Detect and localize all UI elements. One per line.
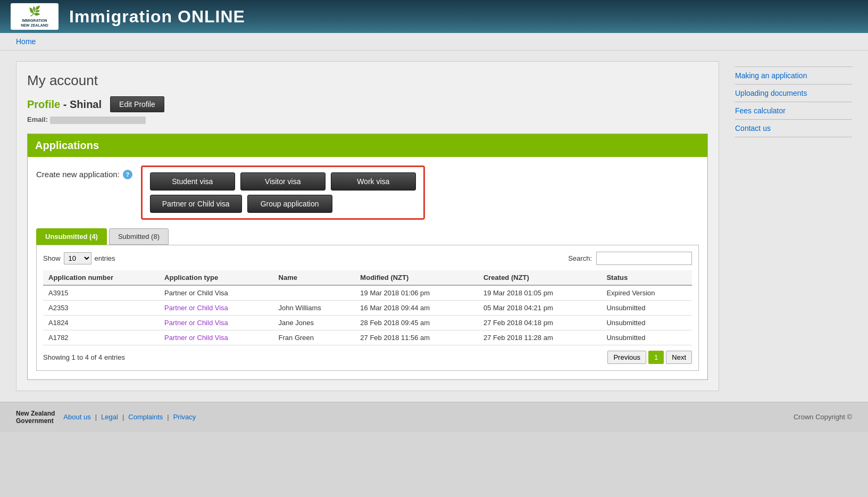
application-buttons-container: Student visa Visitor visa Work visa Part… [141,165,425,220]
cell-created: 19 Mar 2018 01:05 pm [478,285,602,301]
nav-bar: Home [0,33,868,51]
profile-name: Profile - Shinal [27,98,102,111]
sidebar-link-fees-calculator[interactable]: Fees calculator [735,102,852,120]
app-type-link[interactable]: Partner or Child Visa [164,319,228,327]
table-controls-top: Show 10 25 50 100 entries Search: [43,252,692,265]
footer-link-legal[interactable]: Legal [101,413,118,421]
email-label: Email: [27,115,48,123]
table-area: Show 10 25 50 100 entries Search: [36,245,699,371]
col-created: Created (NZT) [478,270,602,285]
pagination: Previous 1 Next [607,351,692,364]
cell-name [273,285,355,301]
entries-label: entries [95,254,115,262]
cell-status: Unsubmitted [601,300,692,315]
cell-app-number: A3915 [43,285,159,301]
tabs-row: Unsubmitted (4) Submitted (8) [36,228,699,245]
table-row: A1782Partner or Child VisaFran Green27 F… [43,330,692,345]
footer-separator: | [167,413,169,421]
fern-icon: 🌿 [29,5,40,18]
footer-link-complaints[interactable]: Complaints [128,413,163,421]
help-icon[interactable]: ? [123,170,132,179]
tab-unsubmitted[interactable]: Unsubmitted (4) [36,228,107,245]
student-visa-button[interactable]: Student visa [150,172,235,190]
footer: New ZealandGovernment About us|Legal|Com… [0,402,868,433]
copyright-text: Crown Copyright © [794,413,852,421]
cell-app-type[interactable]: Partner or Child Visa [159,315,273,330]
show-entries-control: Show 10 25 50 100 entries [43,252,115,264]
page-heading: My account [27,72,708,89]
cell-name: John Williams [273,300,355,315]
next-page-button[interactable]: Next [666,351,692,364]
create-application-label: Create new application: ? [36,165,132,179]
showing-text: Showing 1 to 4 of 4 entries [43,353,125,361]
profile-label: Profile [27,98,60,110]
app-type-link[interactable]: Partner or Child Visa [164,334,228,342]
previous-page-button[interactable]: Previous [607,351,646,364]
table-head: Application number Application type Name… [43,270,692,285]
home-link[interactable]: Home [16,37,36,46]
entries-select[interactable]: 10 25 50 100 [64,252,91,264]
col-name: Name [273,270,355,285]
table-header-row: Application number Application type Name… [43,270,692,285]
logo-text: IMMIGRATIONNEW ZEALAND [21,18,48,28]
cell-created: 27 Feb 2018 11:28 am [478,330,602,345]
nz-immigration-logo: 🌿 IMMIGRATIONNEW ZEALAND [11,3,59,30]
content-area: My account Profile - Shinal Edit Profile… [16,61,719,391]
email-row: Email: [27,115,708,124]
footer-links: About us|Legal|Complaints|Privacy [63,413,196,421]
footer-left: New ZealandGovernment About us|Legal|Com… [16,410,196,425]
app-type-link[interactable]: Partner or Child Visa [164,304,228,312]
site-title: Immigration ONLINE [69,7,245,27]
cell-created: 27 Feb 2018 04:18 pm [478,315,602,330]
group-application-button[interactable]: Group application [247,195,332,213]
col-modified: Modified (NZT) [355,270,478,285]
applications-header: Applications [28,134,707,157]
visitor-visa-button[interactable]: Visitor visa [240,172,326,190]
profile-section: Profile - Shinal Edit Profile [27,96,708,112]
search-input[interactable] [596,252,692,265]
nzg-text: New ZealandGovernment [16,410,55,425]
cell-modified: 16 Mar 2018 09:44 am [355,300,478,315]
edit-profile-button[interactable]: Edit Profile [110,96,164,112]
table-row: A1824Partner or Child VisaJane Jones28 F… [43,315,692,330]
footer-link-privacy[interactable]: Privacy [173,413,196,421]
current-page-button[interactable]: 1 [648,351,664,364]
main-wrapper: My account Profile - Shinal Edit Profile… [0,51,868,402]
nz-government-logo: New ZealandGovernment [16,410,55,425]
cell-status: Expired Version [601,285,692,301]
app-btn-row-2: Partner or Child visa Group application [150,195,416,213]
sidebar-link-contact-us[interactable]: Contact us [735,120,852,137]
footer-separator: | [95,413,97,421]
applications-body: Create new application: ? Student visa V… [28,157,707,379]
logo: 🌿 IMMIGRATIONNEW ZEALAND [11,3,59,30]
cell-app-type: Partner or Child Visa [159,285,273,301]
show-label: Show [43,254,61,262]
table-body: A3915Partner or Child Visa19 Mar 2018 01… [43,285,692,345]
applications-table: Application number Application type Name… [43,270,692,345]
table-footer: Showing 1 to 4 of 4 entries Previous 1 N… [43,351,692,364]
sidebar: Making an applicationUploading documents… [735,61,852,391]
create-application-row: Create new application: ? Student visa V… [36,165,699,220]
cell-name: Fran Green [273,330,355,345]
cell-created: 05 Mar 2018 04:21 pm [478,300,602,315]
search-label: Search: [568,254,592,262]
sidebar-link-making-an-application[interactable]: Making an application [735,67,852,85]
profile-username: - Shinal [63,98,102,110]
cell-modified: 27 Feb 2018 11:56 am [355,330,478,345]
cell-modified: 28 Feb 2018 09:45 am [355,315,478,330]
sidebar-link-uploading-documents[interactable]: Uploading documents [735,85,852,102]
partner-child-visa-button[interactable]: Partner or Child visa [150,195,242,213]
cell-status: Unsubmitted [601,330,692,345]
cell-app-type[interactable]: Partner or Child Visa [159,330,273,345]
footer-link-about-us[interactable]: About us [63,413,90,421]
cell-app-type[interactable]: Partner or Child Visa [159,300,273,315]
table-row: A2353Partner or Child VisaJohn Williams1… [43,300,692,315]
search-row: Search: [568,252,692,265]
col-app-number: Application number [43,270,159,285]
cell-status: Unsubmitted [601,315,692,330]
applications-panel: Applications Create new application: ? S… [27,134,708,380]
cell-modified: 19 Mar 2018 01:06 pm [355,285,478,301]
work-visa-button[interactable]: Work visa [331,172,416,190]
tab-submitted[interactable]: Submitted (8) [109,228,169,245]
table-row: A3915Partner or Child Visa19 Mar 2018 01… [43,285,692,301]
